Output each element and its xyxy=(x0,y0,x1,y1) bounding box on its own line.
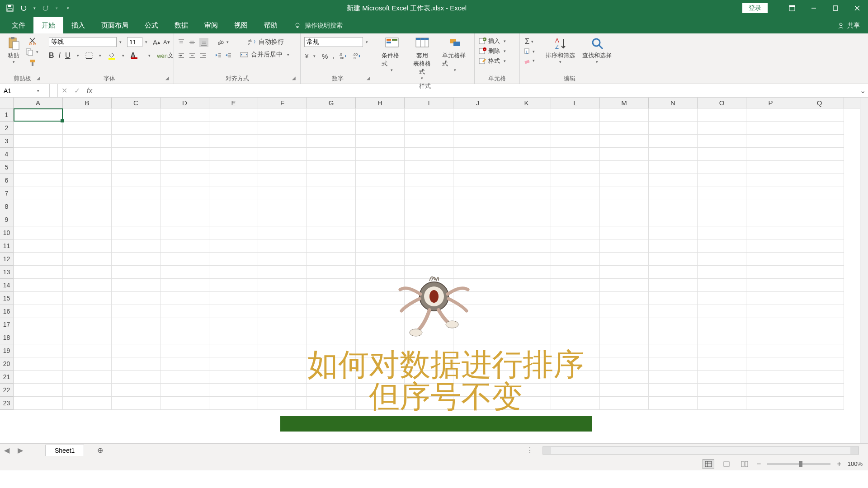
row-header-6[interactable]: 6 xyxy=(0,174,13,187)
cell-D23[interactable] xyxy=(160,397,209,410)
cell-N11[interactable] xyxy=(649,239,698,253)
column-header-B[interactable]: B xyxy=(63,98,112,108)
currency-dropdown[interactable]: ▾ xyxy=(311,54,317,58)
cell-F10[interactable] xyxy=(258,226,307,239)
cell-N1[interactable] xyxy=(649,108,698,122)
cell-B10[interactable] xyxy=(63,226,112,239)
cell-E5[interactable] xyxy=(209,161,258,174)
cell-E2[interactable] xyxy=(209,122,258,135)
table-format-button[interactable]: 套用 表格格式▾ xyxy=(409,35,435,81)
tell-me-search[interactable]: 操作说明搜索 xyxy=(294,22,343,33)
cell-G7[interactable] xyxy=(307,187,356,200)
cell-M5[interactable] xyxy=(600,161,649,174)
cell-styles-button[interactable]: 单元格样式▾ xyxy=(439,35,471,73)
cell-C23[interactable] xyxy=(112,397,160,410)
cell-C1[interactable] xyxy=(112,108,160,122)
cell-N12[interactable] xyxy=(649,253,698,266)
tab-file[interactable]: 文件 xyxy=(4,17,33,33)
cell-K14[interactable] xyxy=(502,279,551,292)
cell-P15[interactable] xyxy=(746,292,795,305)
orientation-dropdown[interactable]: ▾ xyxy=(225,40,231,44)
cell-G16[interactable] xyxy=(307,305,356,318)
cell-B7[interactable] xyxy=(63,187,112,200)
zoom-in-button[interactable]: + xyxy=(837,460,841,468)
cell-I9[interactable] xyxy=(405,213,453,226)
row-header-8[interactable]: 8 xyxy=(0,200,13,213)
cell-C9[interactable] xyxy=(112,213,160,226)
cell-P5[interactable] xyxy=(746,161,795,174)
cell-L3[interactable] xyxy=(551,135,600,148)
cell-J10[interactable] xyxy=(453,226,502,239)
cell-F4[interactable] xyxy=(258,148,307,161)
row-header-3[interactable]: 3 xyxy=(0,135,13,148)
row-header-20[interactable]: 20 xyxy=(0,357,13,371)
cell-A14[interactable] xyxy=(14,279,63,292)
cell-Q11[interactable] xyxy=(795,239,844,253)
copy-button[interactable]: ▾ xyxy=(25,48,40,56)
cell-O11[interactable] xyxy=(698,239,746,253)
zoom-level[interactable]: 100% xyxy=(848,460,863,467)
conditional-format-button[interactable]: 条件格式▾ xyxy=(379,35,405,73)
expand-formula-bar-button[interactable]: ⌄ xyxy=(857,84,868,97)
cell-E13[interactable] xyxy=(209,266,258,279)
cell-D17[interactable] xyxy=(160,318,209,331)
find-select-button[interactable]: 查找和选择▾ xyxy=(580,35,614,65)
cell-M20[interactable] xyxy=(600,357,649,371)
cell-Q16[interactable] xyxy=(795,305,844,318)
cell-E14[interactable] xyxy=(209,279,258,292)
normal-view-button[interactable] xyxy=(703,459,714,469)
cell-C7[interactable] xyxy=(112,187,160,200)
cell-G11[interactable] xyxy=(307,239,356,253)
cell-G18[interactable] xyxy=(307,331,356,344)
cell-O15[interactable] xyxy=(698,292,746,305)
cell-F1[interactable] xyxy=(258,108,307,122)
cell-A19[interactable] xyxy=(14,344,63,357)
column-header-G[interactable]: G xyxy=(307,98,356,108)
insert-cells-button[interactable]: +插入▾ xyxy=(478,37,508,45)
cell-M15[interactable] xyxy=(600,292,649,305)
cell-M9[interactable] xyxy=(600,213,649,226)
cell-D15[interactable] xyxy=(160,292,209,305)
redo-button[interactable] xyxy=(40,3,51,14)
cell-Q21[interactable] xyxy=(795,371,844,384)
increase-font-button[interactable]: A▴ xyxy=(153,38,160,46)
cell-K11[interactable] xyxy=(502,239,551,253)
cell-F11[interactable] xyxy=(258,239,307,253)
cell-F16[interactable] xyxy=(258,305,307,318)
cell-I12[interactable] xyxy=(405,253,453,266)
cell-F20[interactable] xyxy=(258,357,307,371)
minimize-button[interactable] xyxy=(803,0,825,16)
cell-C18[interactable] xyxy=(112,331,160,344)
cell-D8[interactable] xyxy=(160,200,209,213)
cell-K12[interactable] xyxy=(502,253,551,266)
cell-C8[interactable] xyxy=(112,200,160,213)
cell-D19[interactable] xyxy=(160,344,209,357)
page-break-view-button[interactable] xyxy=(739,459,750,469)
tab-formulas[interactable]: 公式 xyxy=(137,17,166,33)
tab-review[interactable]: 审阅 xyxy=(196,17,226,33)
cell-Q9[interactable] xyxy=(795,213,844,226)
cell-P8[interactable] xyxy=(746,200,795,213)
sort-filter-button[interactable]: AZ 排序和筛选▾ xyxy=(543,35,578,65)
cell-H1[interactable] xyxy=(356,108,405,122)
cell-F6[interactable] xyxy=(258,174,307,187)
row-header-16[interactable]: 16 xyxy=(0,305,13,318)
format-cells-button[interactable]: 格式▾ xyxy=(478,57,508,65)
vertical-scrollbar[interactable] xyxy=(860,98,868,443)
cell-E23[interactable] xyxy=(209,397,258,410)
cell-M14[interactable] xyxy=(600,279,649,292)
cell-D11[interactable] xyxy=(160,239,209,253)
cell-D12[interactable] xyxy=(160,253,209,266)
cell-C10[interactable] xyxy=(112,226,160,239)
row-header-22[interactable]: 22 xyxy=(0,384,13,397)
italic-button[interactable]: I xyxy=(59,52,61,60)
cell-B6[interactable] xyxy=(63,174,112,187)
cancel-formula-button[interactable]: ✕ xyxy=(58,84,71,97)
cell-M13[interactable] xyxy=(600,266,649,279)
column-header-J[interactable]: J xyxy=(453,98,502,108)
cell-N22[interactable] xyxy=(649,384,698,397)
cell-D1[interactable] xyxy=(160,108,209,122)
cell-N21[interactable] xyxy=(649,371,698,384)
cell-F21[interactable] xyxy=(258,371,307,384)
clear-button[interactable]: ▾ xyxy=(524,57,537,64)
